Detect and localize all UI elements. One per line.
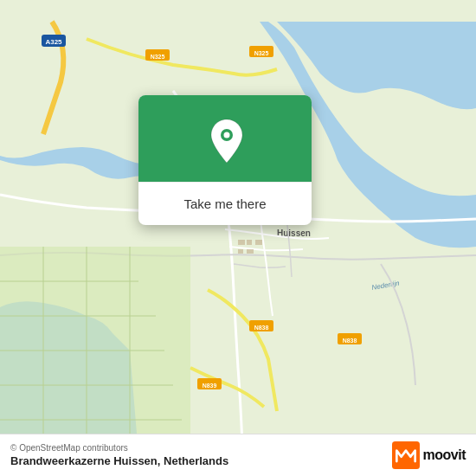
moovit-icon (392, 441, 420, 469)
location-name: Brandweerkazerne Huissen, Netherlands (10, 454, 228, 467)
map-container: A325 N325 N325 N838 N838 N839 Huissen (0, 0, 476, 476)
popup-green-area (138, 95, 312, 182)
popup-button-area: Take me there (138, 182, 312, 225)
svg-text:N839: N839 (203, 383, 217, 389)
svg-text:N325: N325 (151, 54, 165, 60)
moovit-logo[interactable]: moovit (392, 441, 466, 469)
svg-point-30 (224, 132, 230, 138)
location-pin-icon (208, 118, 242, 159)
svg-text:N838: N838 (254, 325, 269, 331)
svg-text:N325: N325 (254, 50, 269, 56)
svg-rect-26 (255, 240, 262, 245)
svg-text:N838: N838 (343, 338, 357, 344)
moovit-text: moovit (423, 447, 466, 463)
popup-card: Take me there (138, 95, 312, 225)
bottom-left: © OpenStreetMap contributors Brandweerka… (10, 443, 228, 467)
svg-rect-27 (238, 249, 243, 254)
bottom-bar: © OpenStreetMap contributors Brandweerka… (0, 434, 476, 476)
take-me-there-button[interactable]: Take me there (177, 193, 273, 215)
svg-rect-24 (238, 240, 245, 245)
map-background: A325 N325 N325 N838 N838 N839 Huissen (0, 0, 476, 476)
copyright-text: © OpenStreetMap contributors (10, 443, 228, 453)
svg-text:A325: A325 (45, 38, 62, 46)
svg-rect-25 (247, 240, 252, 245)
svg-rect-28 (247, 249, 254, 254)
